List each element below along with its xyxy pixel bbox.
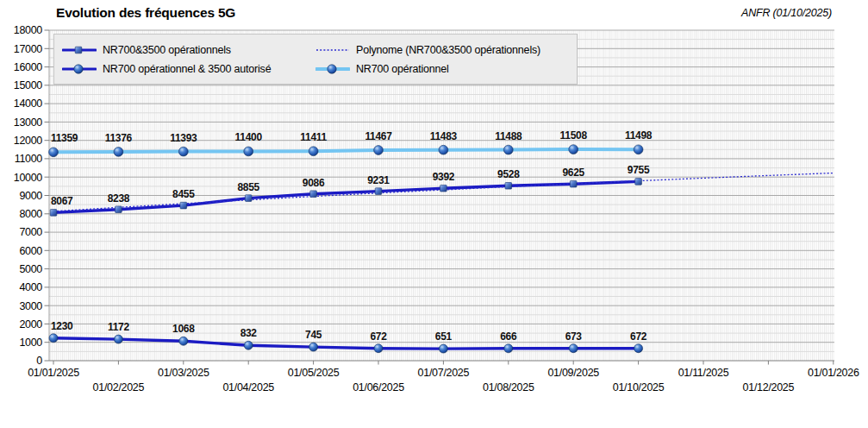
- svg-text:8238: 8238: [108, 192, 130, 205]
- svg-text:1172: 1172: [108, 321, 129, 333]
- legend-item: Polynome (NR700&3500 opérationnels): [315, 43, 569, 57]
- svg-text:9528: 9528: [497, 168, 520, 180]
- svg-text:11000: 11000: [15, 153, 43, 165]
- x-axis: 01/01/202501/02/202501/03/202501/04/2025…: [28, 361, 859, 393]
- svg-text:9000: 9000: [19, 190, 42, 202]
- svg-text:5000: 5000: [19, 263, 42, 275]
- svg-text:01/05/2025: 01/05/2025: [288, 367, 340, 379]
- svg-text:9625: 9625: [562, 167, 584, 179]
- svg-text:673: 673: [565, 330, 583, 343]
- svg-text:17000: 17000: [14, 43, 43, 55]
- svg-text:6000: 6000: [19, 245, 42, 257]
- legend-label: NR700 opérationnel & 3500 autorisé: [103, 63, 271, 75]
- svg-text:10000: 10000: [14, 172, 43, 184]
- sphere-marker-lightline-icon: [315, 62, 350, 76]
- legend-label: NR700&3500 opérationnels: [103, 44, 231, 56]
- svg-text:01/08/2025: 01/08/2025: [483, 381, 534, 393]
- legend-label: Polynome (NR700&3500 opérationnels): [356, 44, 540, 56]
- svg-text:01/02/2025: 01/02/2025: [93, 381, 145, 393]
- square-marker-line-icon: [62, 43, 97, 57]
- svg-text:3000: 3000: [19, 300, 42, 312]
- svg-text:18000: 18000: [14, 24, 43, 36]
- svg-text:11467: 11467: [365, 130, 392, 142]
- svg-text:11393: 11393: [170, 132, 197, 144]
- svg-text:8067: 8067: [51, 195, 73, 207]
- svg-text:11359: 11359: [51, 132, 78, 144]
- svg-text:01/01/2026: 01/01/2026: [808, 367, 859, 379]
- svg-text:12000: 12000: [14, 135, 43, 147]
- svg-text:11483: 11483: [430, 130, 458, 142]
- svg-text:01/01/2025: 01/01/2025: [28, 367, 79, 379]
- sphere-marker-line-icon: [62, 62, 97, 76]
- svg-text:1230: 1230: [51, 320, 73, 332]
- svg-text:832: 832: [240, 327, 258, 339]
- dotted-trendline-icon: [315, 43, 350, 57]
- svg-text:9086: 9086: [303, 177, 325, 189]
- svg-text:745: 745: [305, 329, 322, 341]
- legend: NR700&3500 opérationnels Polynome (NR700…: [53, 34, 578, 85]
- svg-text:8000: 8000: [19, 208, 42, 220]
- svg-text:15000: 15000: [14, 79, 43, 91]
- svg-text:01/07/2025: 01/07/2025: [418, 367, 470, 379]
- svg-text:16000: 16000: [14, 61, 43, 73]
- svg-text:0: 0: [36, 355, 42, 367]
- svg-text:14000: 14000: [14, 98, 43, 110]
- legend-item: NR700 opérationnel & 3500 autorisé: [62, 62, 315, 76]
- svg-text:11411: 11411: [300, 131, 327, 143]
- svg-text:9231: 9231: [367, 174, 390, 186]
- svg-text:2000: 2000: [19, 318, 42, 330]
- svg-text:11488: 11488: [495, 130, 522, 142]
- chart-window: 1800017000160001500014000130001200011000…: [0, 0, 868, 428]
- svg-text:13000: 13000: [14, 116, 43, 129]
- svg-text:01/11/2025: 01/11/2025: [678, 367, 729, 379]
- svg-text:666: 666: [500, 330, 517, 343]
- source-note: ANFR (01/10/2025): [741, 7, 832, 19]
- svg-text:8455: 8455: [172, 188, 195, 200]
- chart-title: Evolution des fréquences 5G: [56, 5, 235, 21]
- svg-text:1000: 1000: [19, 337, 42, 349]
- legend-item: NR700&3500 opérationnels: [62, 43, 315, 57]
- svg-text:672: 672: [370, 330, 387, 343]
- svg-text:01/04/2025: 01/04/2025: [222, 381, 274, 393]
- svg-text:01/06/2025: 01/06/2025: [353, 381, 404, 393]
- svg-text:11400: 11400: [235, 131, 263, 143]
- legend-item: NR700 opérationnel: [315, 62, 569, 76]
- svg-text:4000: 4000: [19, 281, 42, 293]
- svg-text:651: 651: [435, 330, 453, 343]
- svg-text:01/12/2025: 01/12/2025: [743, 381, 795, 393]
- svg-text:8855: 8855: [237, 181, 259, 193]
- svg-text:9392: 9392: [433, 171, 455, 183]
- svg-text:1068: 1068: [172, 323, 195, 335]
- y-axis: 1800017000160001500014000130001200011000…: [14, 24, 49, 367]
- legend-label: NR700 opérationnel: [356, 63, 449, 75]
- svg-text:11376: 11376: [105, 132, 133, 144]
- svg-text:01/10/2025: 01/10/2025: [613, 381, 665, 393]
- svg-text:11498: 11498: [625, 129, 653, 142]
- svg-text:01/03/2025: 01/03/2025: [158, 367, 209, 379]
- svg-text:9755: 9755: [628, 164, 650, 176]
- svg-text:672: 672: [630, 330, 647, 343]
- svg-text:11508: 11508: [560, 129, 588, 142]
- svg-text:7000: 7000: [19, 226, 42, 238]
- svg-text:01/09/2025: 01/09/2025: [547, 367, 599, 379]
